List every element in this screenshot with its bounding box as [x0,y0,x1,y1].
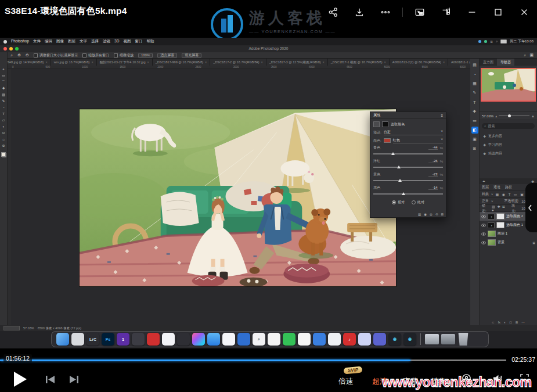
color-slider[interactable]: 黑色 -14 % [370,185,446,198]
dock-app-icon[interactable] [283,333,295,346]
menu-item[interactable]: 视图 [123,39,131,44]
panel-icon[interactable]: ⊞ [471,145,478,152]
absolute-radio[interactable]: 绝对 [412,200,424,205]
tool-icon[interactable]: ⌂ [2,138,5,141]
document-tab[interactable]: _DSC1817-1 横图 @ 16.7%(RGB/8)× [328,59,390,66]
tab-close-icon[interactable]: × [384,60,386,64]
dock-app-icon[interactable] [268,333,280,346]
maximize-icon[interactable] [489,5,507,20]
zoom-plus-icon[interactable]: ⊕ [17,53,21,57]
dock-app-icon[interactable] [162,333,175,346]
adjustment-thumbnail[interactable]: ◑ [488,214,495,220]
preset-dropdown[interactable]: 自定˅ [384,130,443,135]
playlist-drawer-handle[interactable] [525,183,537,232]
zoom-input[interactable] [3,326,20,330]
menu-item[interactable]: 文件 [33,39,41,44]
panel-icon[interactable]: ✚ [471,108,478,115]
tool-icon[interactable]: ⌒ [2,80,5,84]
layers-footer-icon[interactable]: ◐ [504,321,506,324]
next-button[interactable] [69,375,79,384]
slider-thumb[interactable] [391,152,395,155]
document-tab[interactable]: wm.jpg @ 16.7%(RGB/8)× [51,59,97,66]
dock-app-icon[interactable] [358,333,371,346]
dock-app-icon[interactable]: ◉ [388,333,401,346]
menu-item[interactable]: 选择 [91,39,99,44]
menu-item[interactable]: 3D [114,39,119,44]
mask-thumbnail[interactable] [496,222,504,228]
layers-tab[interactable]: 图层 [482,185,489,190]
panel-collapse-bar[interactable]: ⏶✚ [480,178,537,184]
tab-close-icon[interactable]: × [45,60,47,64]
picture-in-picture-icon[interactable] [410,5,429,20]
layers-footer-icon[interactable]: ⊂ [492,321,495,324]
dock-app-icon[interactable]: ⌕ [253,333,265,346]
search-icon[interactable]: ⌕ [524,53,526,57]
mask-thumbnail[interactable] [496,213,504,220]
document-tab[interactable]: A0601811-1 @ 66.7%(RGB/8#)× [448,59,470,66]
dock-app-icon[interactable] [222,333,235,346]
tool-icon[interactable]: ◐ [2,125,5,128]
panel-icon[interactable]: ◔ [471,71,478,78]
dock-app-icon[interactable]: ♪ [343,333,356,346]
dock-app-icon[interactable]: 1 [117,333,129,346]
document-tab[interactable]: O98A8.jpg @ 14.9%(RGB/8)× [0,59,51,66]
dock-app-icon[interactable] [147,333,160,346]
lock-icons[interactable]: ▨ ✚ ⊞ ● [492,204,509,212]
option-control[interactable]: 调整窗口大小以满屏显示 [34,53,78,58]
video-frame[interactable]: Photoshop文件编辑图像图层文字选择滤镜3D视图窗口帮助 ≋ ⌕ 周二 下… [0,38,537,348]
color-slider[interactable]: 黄色 -23 % [370,171,446,185]
visibility-eye-icon[interactable] [481,232,486,236]
tab-navigator[interactable]: 导航器 [497,59,514,66]
zoom-minus-icon[interactable]: ⊖ [26,53,29,57]
filter-icons[interactable]: ▦ ◉ T ▭ ▣ [496,192,525,196]
download-icon[interactable] [350,5,369,20]
tab-close-icon[interactable]: × [443,60,445,64]
tool-icon[interactable]: ⊙ [2,131,5,135]
minimize-icon[interactable] [463,5,481,20]
mini-mode-icon[interactable] [437,5,455,20]
dock-app-icon[interactable] [207,333,220,346]
color-slider[interactable]: 青色 -44 % [370,145,446,158]
mask-icon[interactable] [382,121,388,127]
layer-thumbnail[interactable] [488,231,496,237]
menu-item[interactable]: 图像 [56,39,64,44]
library-row[interactable]: ✚精选内容 [480,149,537,158]
panel-footer-icon[interactable]: ▥ [418,213,421,216]
visibility-eye-icon[interactable] [481,240,486,245]
zoom-tool-icon[interactable]: ⌕ [10,53,13,57]
menu-item[interactable]: 帮助 [146,39,154,44]
color-dropdown[interactable]: 红色˅ [393,138,443,143]
minimized-window-thumb[interactable] [441,334,455,344]
tool-icon[interactable]: ◔ [2,106,5,109]
tab-close-icon[interactable]: × [91,60,93,64]
color-slider[interactable]: 洋红 -26 % [370,158,446,171]
panel-icon[interactable]: ▣ [471,136,478,143]
layers-footer-icon[interactable]: ◻ [509,321,512,324]
panel-footer-icon[interactable]: ⊟ [441,213,444,216]
layer-row[interactable]: ◑ 背景 ▣ [480,238,537,247]
search-input[interactable]: ⌕ 搜索 [482,123,535,129]
menu-item[interactable]: 图层 [68,39,75,44]
library-row[interactable]: ✚更多内容 [480,132,537,141]
dock-app-icon[interactable]: LrC [87,333,99,346]
tool-icon[interactable]: T [2,112,5,116]
svip-badge[interactable]: SVIP [344,366,363,375]
tool-icon[interactable]: ⌖ [2,67,4,71]
dock-app-icon[interactable] [298,333,311,346]
dock-app-icon[interactable]: Ps [102,333,114,346]
visibility-eye-icon[interactable] [481,223,486,228]
panel-icon[interactable]: ◧ [471,127,478,134]
document-tab[interactable]: A0601813-2(2) @ 66.7%(RGB/8#)× [390,59,448,66]
option-control[interactable]: 细微缩放 [114,53,134,58]
layer-thumbnail[interactable] [488,239,496,246]
layers-footer-icon[interactable]: fx [498,321,500,324]
menu-item[interactable]: 窗口 [135,39,142,44]
document-tab[interactable]: _DSC1817-3 @ 12.5%(横图,RGB/8)× [266,59,328,66]
more-icon[interactable] [376,5,395,20]
panel-icon[interactable]: ▤ [471,62,478,69]
tool-icon[interactable]: ▱ [2,118,5,122]
tab-close-icon[interactable]: × [323,60,325,64]
speed-button[interactable]: 倍速 [338,376,354,387]
tool-icon[interactable]: ⊕ [2,144,5,148]
layers-footer-icon[interactable]: ⋯ [521,321,525,324]
